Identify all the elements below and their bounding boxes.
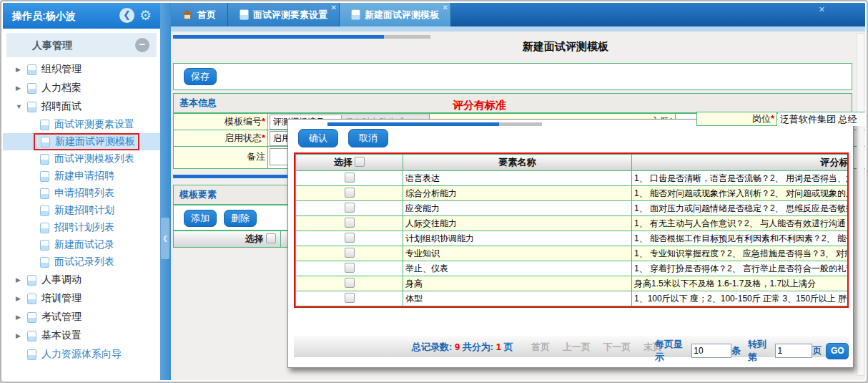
row-select-cell xyxy=(296,171,403,186)
document-icon xyxy=(27,312,36,323)
close-all-tabs-icon[interactable]: ✕ xyxy=(819,5,825,14)
sidebar-splitter[interactable]: ❮ xyxy=(160,3,171,380)
go-button[interactable]: GO xyxy=(826,343,849,359)
criteria-cell: 1、 面对压力或问题情绪是否稳定？2、 思维反应是否敏捷？3、 考虑问题是否周全… xyxy=(632,201,849,216)
row-checkbox[interactable] xyxy=(345,233,355,243)
element-picker-dialog: 确认 取消 选择 要素名称 评分标准 语言表达1、 口齿是否清晰，语言是否流畅？… xyxy=(287,119,854,368)
select-all-checkbox[interactable] xyxy=(266,233,276,243)
criteria-cell: 1、 口齿是否清晰，语言是否流畅？2、 用词是否得当、意思表达是否准确？3、 内… xyxy=(632,171,849,186)
page-title: 新建面试评测模板 xyxy=(523,40,608,54)
close-icon[interactable]: ✕ xyxy=(331,4,337,11)
prev-page-link[interactable]: 上一页 xyxy=(563,341,591,352)
criteria-cell: 1、 专业知识掌握程度？2、 应急措施是否得当？3、 对症下药是否准确？ xyxy=(632,246,849,261)
name-column-header: 要素名称 xyxy=(403,155,632,171)
criteria-cell: 1、 能否对问题或现象作深入剖析？2、 对问题或现象的产生根源有无认识？3、 能… xyxy=(632,186,849,201)
selected-item-highlight: 新建面试评测模板 xyxy=(34,133,139,150)
status-label: 启用状态* xyxy=(174,130,268,146)
sidebar-item[interactable]: 面试评测要素设置 xyxy=(3,116,160,133)
tab-home[interactable]: 首页 xyxy=(171,3,228,26)
row-checkbox[interactable] xyxy=(345,218,355,228)
row-checkbox[interactable] xyxy=(345,173,355,183)
row-checkbox[interactable] xyxy=(345,278,355,288)
row-checkbox[interactable] xyxy=(345,188,355,198)
goto-page-input[interactable] xyxy=(775,344,812,358)
next-page-link[interactable]: 下一页 xyxy=(603,341,631,352)
close-icon[interactable]: ✕ xyxy=(443,4,448,11)
sidebar-item[interactable]: 新建招聘计划 xyxy=(3,202,160,219)
chevron-right-icon[interactable]: ▶ xyxy=(16,276,23,283)
select-all-checkbox[interactable] xyxy=(355,157,365,167)
dialog-horizontal-scrollbar[interactable] xyxy=(327,122,542,126)
chevron-right-icon[interactable]: ▶ xyxy=(16,84,23,92)
table-row: 体型1、100斤以下 瘦；2、100-150斤 正常 3、150斤以上 胖 xyxy=(296,291,849,306)
sidebar-item-label: 考试管理 xyxy=(41,311,82,324)
scrollbar-thumb[interactable] xyxy=(327,122,499,126)
sidebar-item[interactable]: 面试评测模板列表 xyxy=(3,150,160,168)
element-name-cell: 计划组织协调能力 xyxy=(403,231,632,246)
scrollbar-track[interactable] xyxy=(499,122,542,126)
per-page-input[interactable] xyxy=(691,344,731,358)
sidebar-item[interactable]: ▶人力档案 xyxy=(3,79,160,97)
chevron-right-icon[interactable]: ▶ xyxy=(16,295,23,302)
sidebar-item[interactable]: 新建面试记录 xyxy=(3,236,160,253)
table-row: 计划组织协调能力1、 能否根据工作目标预见有利因素和不利因素？2、 能否根据现实… xyxy=(296,231,849,246)
row-checkbox[interactable] xyxy=(345,263,355,273)
sidebar-item[interactable]: ▼招聘面试 xyxy=(3,97,160,116)
sidebar-item[interactable]: 新建面试评测模板 xyxy=(3,133,160,150)
row-select-cell xyxy=(296,201,403,216)
chevron-down-icon[interactable]: ▼ xyxy=(16,103,23,110)
form-horizontal-scrollbar[interactable] xyxy=(173,35,430,39)
element-name-cell: 应变能力 xyxy=(403,201,632,216)
row-checkbox[interactable] xyxy=(345,203,355,213)
element-name-cell: 语言表达 xyxy=(403,171,632,186)
goto-unit: 页 xyxy=(812,344,822,357)
cancel-button[interactable]: 取消 xyxy=(348,129,388,147)
sidebar-item[interactable]: 新建申请招聘 xyxy=(3,168,160,185)
sidebar-item-label: 招聘面试 xyxy=(41,100,82,113)
tab-page[interactable]: 新建面试评测模板✕ xyxy=(340,3,451,26)
sidebar-item-label: 面试记录列表 xyxy=(54,256,114,268)
splitter-collapse-handle[interactable]: ❮ xyxy=(161,218,169,259)
document-icon xyxy=(40,205,49,216)
sidebar-item[interactable]: 面试记录列表 xyxy=(3,253,160,271)
sidebar-item[interactable]: 申请招聘列表 xyxy=(3,185,160,202)
sidebar-item[interactable]: ▶基本设置 xyxy=(3,326,160,345)
element-name-cell: 专业知识 xyxy=(403,246,632,261)
row-checkbox[interactable] xyxy=(345,248,355,258)
vertical-scrollbar-track[interactable] xyxy=(857,33,864,376)
document-icon xyxy=(27,102,36,112)
sidebar-item[interactable]: ▶组织管理 xyxy=(3,60,160,79)
gear-icon[interactable]: ⚙ xyxy=(139,8,154,23)
minus-icon[interactable]: − xyxy=(135,38,149,52)
delete-button[interactable]: 删除 xyxy=(224,210,257,227)
table-row: 专业知识1、 专业知识掌握程度？2、 应急措施是否得当？3、 对症下药是否准确？ xyxy=(296,246,849,261)
scrollbar-track[interactable] xyxy=(384,35,430,39)
save-button[interactable]: 保存 xyxy=(184,68,217,85)
position-value[interactable]: 泛普软件集团 总经 xyxy=(778,112,865,126)
app-window: 操作员:杨小波 ❮ ⚙ 人事管理 − ▶组织管理▶人力档案▼招聘面试面试评测要素… xyxy=(0,0,868,383)
operator-label: 操作员:杨小波 xyxy=(12,10,76,21)
scrollbar-thumb[interactable] xyxy=(173,35,384,39)
sidebar-item[interactable]: ▶培训管理 xyxy=(3,289,160,308)
chevron-right-icon[interactable]: ▶ xyxy=(16,332,23,339)
sidebar-item[interactable]: ▶人事调动 xyxy=(3,271,160,289)
row-select-cell xyxy=(296,246,403,261)
chevron-right-icon[interactable]: ▶ xyxy=(16,314,23,321)
confirm-button[interactable]: 确认 xyxy=(298,129,338,147)
table-header-row: 选择 要素名称 评分标准 xyxy=(296,155,849,171)
chevron-right-icon[interactable]: ▶ xyxy=(16,66,23,73)
sidebar-section-label: 人事管理 xyxy=(32,39,72,51)
sidebar-tree: ▶组织管理▶人力档案▼招聘面试面试评测要素设置新建面试评测模板面试评测模板列表新… xyxy=(3,60,160,364)
sidebar-item[interactable]: 人力资源体系向导 xyxy=(3,345,160,364)
add-button[interactable]: 添加 xyxy=(184,210,217,227)
first-page-link[interactable]: 首页 xyxy=(531,341,550,352)
sidebar-item[interactable]: 招聘计划列表 xyxy=(3,219,160,236)
row-checkbox[interactable] xyxy=(345,293,355,303)
sidebar-item[interactable]: ▶考试管理 xyxy=(3,308,160,326)
tab-page[interactable]: 面试评测要素设置✕ xyxy=(228,3,340,26)
position-label: 岗位* xyxy=(696,112,777,126)
criteria-cell: 1、 能否根据工作目标预见有利因素和不利因素？2、 能否根据现实需要和长远效果作… xyxy=(632,231,849,246)
sidebar-section-header[interactable]: 人事管理 − xyxy=(6,33,157,57)
tabbar-underline xyxy=(171,26,865,31)
collapse-back-icon[interactable]: ❮ xyxy=(119,8,134,23)
